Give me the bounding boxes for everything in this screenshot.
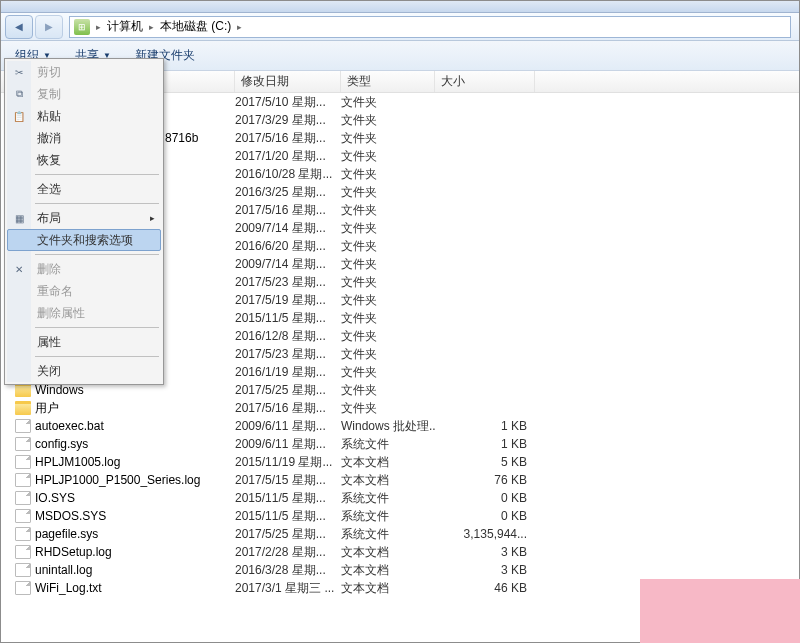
file-type: 文件夹 <box>341 94 435 111</box>
file-type: 文件夹 <box>341 292 435 309</box>
file-type: 文本文档 <box>341 544 435 561</box>
list-item[interactable]: MSDOS.SYS2015/11/5 星期...系统文件0 KB <box>1 507 799 525</box>
back-button[interactable]: ◀ <box>5 15 33 39</box>
menu-separator <box>35 327 159 328</box>
file-type: 文件夹 <box>341 346 435 363</box>
file-name: IO.SYS <box>35 491 75 505</box>
file-date: 2015/11/19 星期... <box>235 454 341 471</box>
menu-cut[interactable]: ✂剪切 <box>7 61 161 83</box>
file-date: 2015/11/5 星期... <box>235 310 341 327</box>
cut-icon: ✂ <box>12 65 26 79</box>
file-date: 2017/3/1 星期三 ... <box>235 580 341 597</box>
breadcrumb[interactable]: ⊞ ▸ 计算机 ▸ 本地磁盘 (C:) ▸ <box>69 16 791 38</box>
layout-icon: ▦ <box>12 211 26 225</box>
breadcrumb-drive[interactable]: 本地磁盘 (C:) <box>156 18 235 35</box>
file-type: 文件夹 <box>341 112 435 129</box>
file-name: WiFi_Log.txt <box>35 581 102 595</box>
folder-icon <box>15 383 31 397</box>
file-size: 3 KB <box>435 545 535 559</box>
file-name: HPLJP1000_P1500_Series.log <box>35 473 200 487</box>
file-size: 46 KB <box>435 581 535 595</box>
file-date: 2009/7/14 星期... <box>235 256 341 273</box>
file-type: 文件夹 <box>341 202 435 219</box>
list-item[interactable]: HPLJM1005.log2015/11/19 星期...文本文档5 KB <box>1 453 799 471</box>
file-date: 2015/11/5 星期... <box>235 490 341 507</box>
menu-layout[interactable]: ▦布局▸ <box>7 207 161 229</box>
copy-icon: ⧉ <box>12 87 26 101</box>
column-type[interactable]: 类型 <box>341 71 435 92</box>
file-name: HPLJM1005.log <box>35 455 120 469</box>
file-type: 文件夹 <box>341 274 435 291</box>
menu-close[interactable]: 关闭 <box>7 360 161 382</box>
file-type: 系统文件 <box>341 508 435 525</box>
menu-separator <box>35 174 159 175</box>
file-date: 2017/5/16 星期... <box>235 202 341 219</box>
drive-icon: ⊞ <box>74 19 90 35</box>
file-date: 2016/3/25 星期... <box>235 184 341 201</box>
file-icon <box>15 419 31 433</box>
file-icon <box>15 545 31 559</box>
file-type: 文本文档 <box>341 454 435 471</box>
column-size[interactable]: 大小 <box>435 71 535 92</box>
file-icon <box>15 473 31 487</box>
list-item[interactable]: unintall.log2016/3/28 星期...文本文档3 KB <box>1 561 799 579</box>
file-icon <box>15 527 31 541</box>
menu-delete[interactable]: ✕删除 <box>7 258 161 280</box>
menu-rename[interactable]: 重命名 <box>7 280 161 302</box>
file-date: 2017/5/16 星期... <box>235 130 341 147</box>
delete-icon: ✕ <box>12 262 26 276</box>
file-date: 2017/5/15 星期... <box>235 472 341 489</box>
titlebar <box>1 1 799 13</box>
file-name-partial: 8716b <box>165 131 198 145</box>
file-name: RHDSetup.log <box>35 545 112 559</box>
file-type: 系统文件 <box>341 436 435 453</box>
file-size: 0 KB <box>435 509 535 523</box>
menu-properties[interactable]: 属性 <box>7 331 161 353</box>
menu-folder-options[interactable]: 文件夹和搜索选项 <box>7 229 161 251</box>
file-date: 2017/5/10 星期... <box>235 94 341 111</box>
file-date: 2016/1/19 星期... <box>235 364 341 381</box>
column-date[interactable]: 修改日期 <box>235 71 341 92</box>
file-type: 文件夹 <box>341 400 435 417</box>
file-date: 2017/2/28 星期... <box>235 544 341 561</box>
chevron-right-icon: ▸ <box>150 213 155 223</box>
menu-separator <box>35 356 159 357</box>
file-date: 2017/5/25 星期... <box>235 526 341 543</box>
file-type: 文件夹 <box>341 220 435 237</box>
file-name: MSDOS.SYS <box>35 509 106 523</box>
menu-remove-props[interactable]: 删除属性 <box>7 302 161 324</box>
list-item[interactable]: autoexec.bat2009/6/11 星期...Windows 批处理..… <box>1 417 799 435</box>
file-type: 文件夹 <box>341 166 435 183</box>
list-item[interactable]: RHDSetup.log2017/2/28 星期...文本文档3 KB <box>1 543 799 561</box>
file-type: Windows 批处理... <box>341 418 435 435</box>
file-date: 2017/1/20 星期... <box>235 148 341 165</box>
file-date: 2017/5/23 星期... <box>235 346 341 363</box>
list-item[interactable]: IO.SYS2015/11/5 星期...系统文件0 KB <box>1 489 799 507</box>
file-type: 文件夹 <box>341 130 435 147</box>
breadcrumb-computer[interactable]: 计算机 <box>103 18 147 35</box>
file-date: 2016/3/28 星期... <box>235 562 341 579</box>
navbar: ◀ ▶ ⊞ ▸ 计算机 ▸ 本地磁盘 (C:) ▸ <box>1 13 799 41</box>
menu-redo[interactable]: 恢复 <box>7 149 161 171</box>
file-type: 文件夹 <box>341 256 435 273</box>
file-icon <box>15 455 31 469</box>
file-icon <box>15 509 31 523</box>
file-icon <box>15 491 31 505</box>
menu-paste[interactable]: 📋粘贴 <box>7 105 161 127</box>
forward-button[interactable]: ▶ <box>35 15 63 39</box>
file-date: 2017/5/16 星期... <box>235 400 341 417</box>
folder-icon <box>15 401 31 415</box>
file-date: 2015/11/5 星期... <box>235 508 341 525</box>
list-item[interactable]: 用户2017/5/16 星期...文件夹 <box>1 399 799 417</box>
file-type: 文件夹 <box>341 148 435 165</box>
list-item[interactable]: config.sys2009/6/11 星期...系统文件1 KB <box>1 435 799 453</box>
list-item[interactable]: pagefile.sys2017/5/25 星期...系统文件3,135,944… <box>1 525 799 543</box>
menu-undo[interactable]: 撤消 <box>7 127 161 149</box>
file-type: 系统文件 <box>341 490 435 507</box>
menu-select-all[interactable]: 全选 <box>7 178 161 200</box>
file-date: 2017/3/29 星期... <box>235 112 341 129</box>
file-icon <box>15 437 31 451</box>
menu-copy[interactable]: ⧉复制 <box>7 83 161 105</box>
file-icon <box>15 563 31 577</box>
list-item[interactable]: HPLJP1000_P1500_Series.log2017/5/15 星期..… <box>1 471 799 489</box>
